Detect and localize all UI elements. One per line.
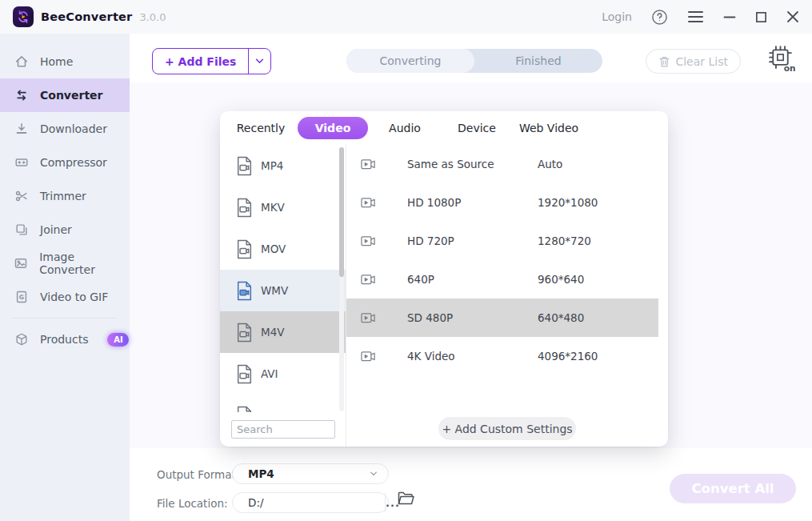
format-category-tabs: Recently Video Audio Device Web Video — [220, 111, 668, 145]
folder-icon — [397, 491, 414, 506]
preset-row-640p[interactable]: 640P 960*640 — [346, 260, 668, 299]
preset-row-hd-1080p[interactable]: HD 1080P 1920*1080 — [346, 183, 668, 222]
format-label: M4V — [261, 326, 284, 339]
app-version: 3.0.0 — [139, 11, 166, 23]
video-camera-icon — [361, 312, 376, 324]
open-folder-button[interactable] — [397, 491, 414, 509]
sidebar-item-joiner[interactable]: Joiner — [0, 213, 130, 246]
download-icon — [14, 122, 29, 136]
video-file-icon — [236, 239, 253, 259]
preset-name: Same as Source — [407, 158, 538, 170]
format-row-m4v[interactable]: M4V — [220, 311, 346, 353]
tab-video[interactable]: Video — [298, 117, 368, 139]
compress-icon — [14, 155, 29, 170]
preset-name: SD 480P — [407, 311, 538, 324]
format-row-mov[interactable]: MOV — [220, 228, 346, 270]
preset-row-sd-480p[interactable]: SD 480P 640*480 — [346, 299, 658, 337]
format-label: MP4 — [261, 159, 283, 172]
titlebar: BeeConverter 3.0.0 Login — [0, 0, 812, 34]
sidebar-item-video-to-gif[interactable]: G Video to GIF — [0, 280, 130, 314]
add-files-dropdown-button[interactable] — [249, 49, 270, 74]
preset-list-column: Same as Source Auto HD 1080P 1920*1080 — [346, 145, 668, 447]
output-format-select[interactable]: MP4 — [232, 463, 389, 484]
panel-body: MP4 MKV — [220, 145, 668, 447]
sidebar-item-products[interactable]: Products AI — [0, 323, 130, 356]
minimize-button[interactable] — [723, 10, 736, 23]
add-files-split-button: + Add Files — [152, 48, 271, 74]
sidebar-item-trimmer[interactable]: Trimmer — [0, 179, 130, 213]
file-location-input[interactable] — [233, 493, 385, 512]
main-toolbar: + Add Files Converting Finished Clear Li… — [130, 34, 812, 82]
output-format-panel: Recently Video Audio Device Web Video — [220, 111, 668, 447]
video-file-icon — [236, 364, 253, 384]
menu-button[interactable] — [687, 10, 704, 23]
format-row-mp4[interactable]: MP4 — [220, 145, 346, 186]
minimize-icon — [723, 10, 736, 23]
convert-all-button[interactable]: Convert All — [670, 474, 796, 503]
file-location-label: File Location: — [157, 497, 228, 510]
close-icon — [786, 10, 799, 23]
chevron-down-icon — [370, 471, 388, 476]
output-format-value: MP4 — [233, 467, 370, 480]
chevron-down-icon — [255, 58, 264, 64]
file-location-field: ... — [232, 492, 389, 513]
sidebar-item-label: Joiner — [40, 223, 72, 236]
video-file-icon — [236, 198, 253, 218]
sidebar-item-image-converter[interactable]: Image Converter — [0, 246, 130, 280]
hardware-acceleration-toggle[interactable]: on — [766, 44, 795, 77]
tab-device[interactable]: Device — [441, 122, 513, 134]
maximize-icon — [755, 11, 767, 23]
sidebar-item-label: Image Converter — [39, 250, 130, 276]
preset-name: 4K Video — [407, 350, 538, 363]
video-file-icon — [236, 406, 253, 413]
preset-resolution: 4096*2160 — [538, 350, 598, 363]
video-camera-icon — [361, 235, 376, 247]
tab-web-video[interactable]: Web Video — [513, 122, 585, 134]
format-list-scrollbar-thumb[interactable] — [339, 147, 344, 277]
video-file-icon — [236, 323, 253, 343]
video-camera-icon — [361, 274, 376, 286]
search-input[interactable] — [231, 420, 335, 439]
login-button[interactable]: Login — [602, 10, 632, 23]
trash-icon — [658, 55, 670, 68]
help-button[interactable] — [651, 9, 668, 26]
maximize-button[interactable] — [755, 11, 767, 23]
format-row-partial[interactable] — [220, 395, 346, 412]
add-files-button[interactable]: + Add Files — [153, 49, 249, 74]
preset-name: HD 720P — [407, 234, 538, 247]
sidebar-item-compressor[interactable]: Compressor — [0, 146, 130, 179]
sidebar-item-home[interactable]: Home — [0, 45, 130, 78]
clear-list-button[interactable]: Clear List — [646, 49, 741, 74]
preset-resolution: Auto — [538, 158, 562, 170]
gif-doc-icon: G — [14, 290, 29, 304]
preset-row-same-as-source[interactable]: Same as Source Auto — [346, 145, 668, 183]
app-logo-icon — [13, 6, 34, 27]
search-wrap — [231, 420, 335, 439]
tab-recently[interactable]: Recently — [225, 122, 297, 134]
format-list-column: MP4 MKV — [220, 145, 346, 447]
tab-audio[interactable]: Audio — [369, 122, 441, 134]
sidebar-item-converter[interactable]: Converter — [0, 78, 130, 112]
preset-row-4k-video[interactable]: 4K Video 4096*2160 — [346, 337, 668, 375]
close-button[interactable] — [786, 10, 799, 23]
format-row-avi[interactable]: AVI — [220, 353, 346, 395]
sidebar-item-label: Compressor — [40, 156, 107, 169]
tab-finished[interactable]: Finished — [474, 49, 602, 73]
svg-text:on: on — [784, 63, 795, 74]
preset-resolution: 1920*1080 — [538, 196, 598, 209]
tab-converting[interactable]: Converting — [346, 49, 474, 73]
cube-icon — [14, 332, 29, 347]
format-label: AVI — [261, 367, 278, 380]
chip-on-icon: on — [766, 44, 795, 74]
format-row-mkv[interactable]: MKV — [220, 186, 346, 228]
sidebar-item-downloader[interactable]: Downloader — [0, 112, 130, 146]
copy-pages-icon — [14, 222, 29, 237]
add-custom-settings-button[interactable]: + Add Custom Settings — [438, 417, 576, 440]
preset-row-hd-720p[interactable]: HD 720P 1280*720 — [346, 222, 668, 260]
converting-finished-tabs: Converting Finished — [346, 49, 602, 73]
format-row-wmv[interactable]: WMV — [220, 270, 346, 311]
format-list: MP4 MKV — [220, 145, 346, 412]
ai-badge: AI — [107, 333, 129, 347]
clear-list-label: Clear List — [675, 55, 728, 68]
preset-name: HD 1080P — [407, 196, 538, 209]
